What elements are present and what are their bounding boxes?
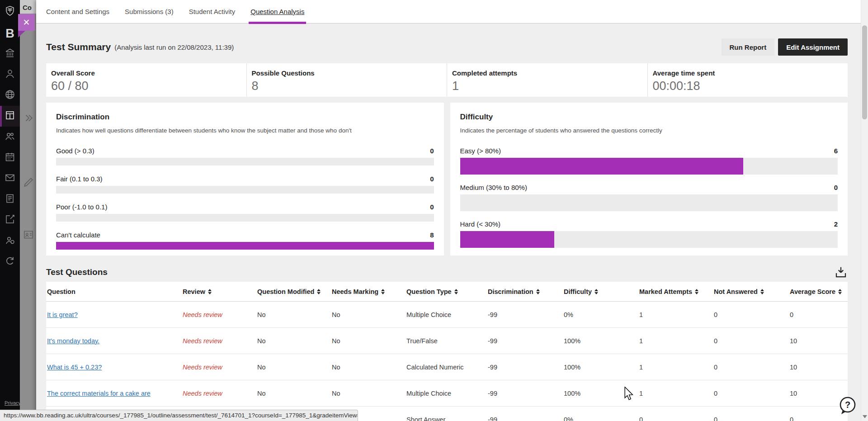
column-header-needs-marking[interactable]: Needs Marking [332, 288, 406, 295]
discrimination-description: Indicates how well questions differentia… [56, 127, 434, 134]
table-body: It is great?Needs reviewNoNoMultiple Cho… [46, 302, 848, 421]
column-label: Question [47, 288, 75, 295]
column-header-question-type[interactable]: Question Type [406, 288, 488, 295]
sort-icon [536, 289, 540, 294]
cell-review: Needs review [183, 390, 257, 397]
cell-difficulty: 100% [564, 364, 639, 371]
run-report-button[interactable]: Run Report [722, 38, 775, 56]
cell-discrimination: -99 [488, 337, 564, 345]
sidebar-item-marking[interactable] [0, 210, 20, 231]
close-panel-button[interactable]: ✕ [18, 14, 35, 38]
bar-label: Can't calculate [56, 231, 100, 239]
bar-labels: Fair (0.1 to 0.3)0 [56, 175, 434, 183]
cell-discrimination: -99 [488, 311, 564, 318]
cell-not_answered: 0 [714, 337, 790, 345]
question-link[interactable]: What is 45 + 0.23? [47, 364, 102, 371]
bar-count: 6 [834, 147, 838, 155]
cell-difficulty: 100% [564, 337, 639, 345]
cell-modified: No [257, 364, 332, 371]
column-header-review[interactable]: Review [183, 288, 257, 295]
stat-average-time-spent: Average time spent00:00:18 [648, 63, 848, 97]
signout-arrow-icon [5, 255, 15, 268]
bar-row-good-0-3-: Good (> 0.3)0 [56, 147, 434, 166]
sort-icon [695, 289, 698, 294]
globe-icon [5, 89, 15, 102]
scrollbar-thumb[interactable] [862, 25, 867, 119]
sidebar-item-grades[interactable] [0, 189, 20, 210]
stat-label: Completed attempts [452, 69, 647, 77]
download-results-icon[interactable] [834, 265, 848, 279]
column-header-average-score[interactable]: Average Score [790, 288, 847, 295]
base-navigation-sidebar: B PrivacyTerms [0, 0, 20, 421]
help-button[interactable]: ? [838, 396, 857, 415]
cell-marked_attempts: 1 [639, 337, 714, 345]
tab-bar: Content and SettingsSubmissions (3)Stude… [36, 0, 861, 24]
stat-value: 60 / 80 [51, 79, 246, 93]
tab-student-activity[interactable]: Student Activity [189, 0, 236, 23]
cell-discrimination: -99 [488, 364, 564, 371]
bar-row-poor-1-0-to-0-1-: Poor (-1.0 to 0.1)0 [56, 203, 434, 222]
cell-review: Needs review [183, 337, 257, 345]
column-header-difficulty[interactable]: Difficulty [564, 288, 639, 295]
sidebar-item-blackboard-brand[interactable]: B [0, 24, 20, 43]
sidebar-item-activity[interactable] [0, 85, 20, 106]
person-icon [5, 68, 15, 81]
bar-row-can-t-calculate: Can't calculate8 [56, 231, 434, 250]
cell-type: Short Answer [406, 416, 488, 421]
bar-label: Good (> 0.3) [56, 147, 94, 155]
column-header-marked-attempts[interactable]: Marked Attempts [639, 288, 714, 295]
cell-review: Needs review [183, 311, 257, 318]
sort-icon [760, 289, 764, 294]
table-header-row: QuestionReviewQuestion ModifiedNeeds Mar… [46, 282, 848, 302]
question-link[interactable]: It is great? [47, 311, 78, 318]
column-label: Marked Attempts [639, 288, 692, 295]
status-bar-url: https://www.bb.reading.ac.uk/ultra/cours… [0, 410, 358, 421]
footer-link-privacy[interactable]: Privacy [5, 398, 20, 408]
column-header-not-answered[interactable]: Not Answered [714, 288, 790, 295]
question-link[interactable]: The correct materials for a cake are [47, 390, 151, 397]
sort-icon [594, 289, 598, 294]
cell-discrimination: -99 [488, 416, 564, 421]
tab-content-and-settings[interactable]: Content and Settings [46, 0, 109, 23]
bar-fill [460, 231, 555, 248]
page-title: Test Summary [46, 42, 111, 52]
sidebar-item-messages[interactable] [0, 168, 20, 189]
bar-track [460, 231, 838, 248]
tab-submissions-3-[interactable]: Submissions (3) [125, 0, 174, 23]
question-analysis-panel: Content and SettingsSubmissions (3)Stude… [36, 0, 861, 421]
cell-difficulty: 0% [564, 311, 639, 318]
tab-question-analysis[interactable]: Question Analysis [250, 0, 304, 23]
column-header-discrimination[interactable]: Discrimination [488, 288, 564, 295]
sidebar-item-profile[interactable] [0, 64, 20, 85]
scrollbar-down-arrow[interactable] [863, 415, 867, 418]
edit-square-icon [5, 214, 15, 227]
test-questions-table: QuestionReviewQuestion ModifiedNeeds Mar… [46, 282, 848, 421]
sidebar-item-signout[interactable] [0, 251, 20, 272]
question-link[interactable]: It's monday today. [47, 337, 99, 345]
sidebar-item-institution[interactable] [0, 43, 20, 64]
column-header-question-modified[interactable]: Question Modified [257, 288, 332, 295]
cell-marked_attempts: 1 [639, 364, 714, 371]
cell-not_answered: 0 [714, 311, 790, 318]
table-row: It is great?Needs reviewNoNoMultiple Cho… [46, 302, 848, 328]
close-icon: ✕ [23, 17, 30, 28]
bank-icon [5, 47, 15, 60]
hidden-page-title: Co [20, 0, 36, 14]
vertical-scrollbar[interactable] [861, 0, 868, 421]
sidebar-item-assist[interactable] [0, 231, 20, 251]
bar-track [56, 242, 434, 250]
sidebar-item-organizations[interactable] [0, 127, 20, 147]
sidebar-item-courses[interactable] [0, 106, 20, 127]
cell-modified: No [257, 390, 332, 397]
bar-labels: Hard (< 30%)2 [460, 220, 838, 228]
stat-value: 8 [252, 79, 447, 93]
cell-not_answered: 0 [714, 390, 790, 397]
sidebar-item-calendar[interactable] [0, 147, 20, 168]
column-label: Average Score [790, 288, 835, 295]
edit-assignment-button[interactable]: Edit Assignment [778, 38, 848, 56]
sidebar-item-institution-logo[interactable] [0, 0, 20, 24]
stat-label: Average time spent [653, 69, 848, 77]
people-icon [5, 131, 15, 143]
bar-count: 0 [430, 147, 434, 155]
bar-row-easy-80-: Easy (> 80%)6 [460, 147, 838, 175]
